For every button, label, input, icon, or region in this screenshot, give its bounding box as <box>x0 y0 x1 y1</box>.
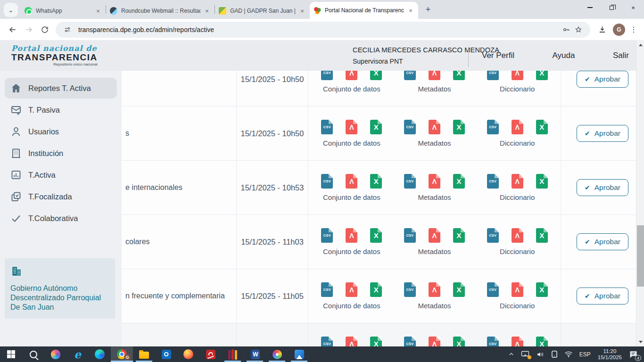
url-text[interactable]: transparencia.dpe.gob.ec/admin/reports/a… <box>78 26 560 33</box>
ayuda-link[interactable]: Ayuda <box>553 51 575 60</box>
bookmark-star-icon[interactable] <box>572 24 585 36</box>
sidebar-item-t-focalizada[interactable]: T.Focalizada <box>5 186 117 207</box>
tab-whatsapp[interactable]: WhatsApp × <box>21 3 106 19</box>
excel-file-icon[interactable]: X <box>453 337 465 346</box>
excel-file-icon[interactable]: X <box>536 228 548 243</box>
taskbar-winrar[interactable] <box>222 346 244 362</box>
close-tab-icon[interactable]: × <box>94 7 102 15</box>
institution-card[interactable]: Gobierno Autónomo Descentralizado Parroq… <box>5 258 115 319</box>
tray-clock[interactable]: 11:2015/1/2025 <box>594 346 626 362</box>
refresh-button[interactable] <box>37 22 53 38</box>
csv-file-icon[interactable]: CSV <box>487 174 499 189</box>
pdf-file-icon[interactable]: Λ <box>346 337 357 346</box>
excel-file-icon[interactable]: X <box>370 282 382 297</box>
sidebar-item-t-activa[interactable]: T.Activa <box>5 165 117 185</box>
new-tab-button[interactable]: + <box>422 3 434 16</box>
address-bar[interactable]: transparencia.dpe.gob.ec/admin/reports/a… <box>56 22 590 38</box>
sidebar-item-usuarios[interactable]: Usuarios <box>5 121 117 142</box>
back-button[interactable] <box>5 22 21 38</box>
excel-file-icon[interactable]: X <box>370 71 382 80</box>
tab-search-button[interactable]: ⌄ <box>4 3 18 17</box>
csv-file-icon[interactable]: CSV <box>404 71 416 80</box>
sidebar-item-reportes-t-activa[interactable]: Reportes T. Activa <box>5 78 117 99</box>
excel-file-icon[interactable]: X <box>536 282 548 297</box>
taskbar-photos[interactable] <box>288 346 310 362</box>
csv-file-icon[interactable]: CSV <box>321 228 333 243</box>
tray-expand-button[interactable] <box>505 346 518 362</box>
close-window-button[interactable]: × <box>622 0 644 15</box>
tray-wifi[interactable] <box>561 346 576 362</box>
pdf-file-icon[interactable]: Λ <box>429 71 440 80</box>
csv-file-icon[interactable]: CSV <box>404 228 416 243</box>
taskbar-paint[interactable] <box>266 346 288 362</box>
excel-file-icon[interactable]: X <box>370 337 382 346</box>
excel-file-icon[interactable]: X <box>536 174 548 189</box>
taskbar-search-button[interactable] <box>22 346 44 362</box>
pdf-file-icon[interactable]: Λ <box>429 228 440 243</box>
csv-file-icon[interactable]: CSV <box>321 337 333 346</box>
ver-perfil-link[interactable]: Ver Perfil <box>482 51 514 60</box>
csv-file-icon[interactable]: CSV <box>321 120 333 134</box>
excel-file-icon[interactable]: X <box>453 71 465 80</box>
taskbar-chrome[interactable]: G <box>111 346 133 362</box>
close-tab-icon[interactable]: × <box>298 7 306 15</box>
csv-file-icon[interactable]: CSV <box>487 337 499 346</box>
pdf-file-icon[interactable]: Λ <box>346 120 357 134</box>
forward-button[interactable] <box>21 22 37 38</box>
excel-file-icon[interactable]: X <box>453 282 465 297</box>
tray-volume[interactable] <box>533 346 548 362</box>
pdf-file-icon[interactable]: Λ <box>512 282 523 297</box>
taskbar-acrobat[interactable] <box>199 346 222 362</box>
pdf-file-icon[interactable]: Λ <box>429 337 440 346</box>
pdf-file-icon[interactable]: Λ <box>512 228 523 243</box>
taskbar-firefox[interactable] <box>177 346 199 362</box>
tab-portal-transparencia[interactable]: Portal Nacional de Transparenc × <box>310 2 418 19</box>
taskbar-file-explorer[interactable] <box>133 346 155 362</box>
taskbar-internet-explorer[interactable]: e <box>66 346 89 362</box>
pdf-file-icon[interactable]: Λ <box>346 71 357 80</box>
approve-button[interactable]: ✔Aprobar <box>577 179 628 196</box>
scrollbar-thumb[interactable] <box>637 225 644 287</box>
excel-file-icon[interactable]: X <box>536 120 548 134</box>
approve-button[interactable]: ✔Aprobar <box>577 288 628 304</box>
excel-file-icon[interactable]: X <box>536 71 548 80</box>
csv-file-icon[interactable]: CSV <box>404 120 416 134</box>
pdf-file-icon[interactable]: Λ <box>346 174 357 189</box>
taskbar-edge[interactable] <box>89 346 111 362</box>
taskbar-outlook[interactable]: O <box>155 346 177 362</box>
approve-button[interactable]: ✔Aprobar <box>577 233 628 250</box>
downloads-button[interactable] <box>594 22 610 38</box>
csv-file-icon[interactable]: CSV <box>321 71 333 80</box>
approve-button[interactable]: ✔Aprobar <box>577 71 628 88</box>
taskbar-word[interactable]: W <box>244 346 266 362</box>
csv-file-icon[interactable]: CSV <box>404 174 416 189</box>
pdf-file-icon[interactable]: Λ <box>512 71 523 80</box>
csv-file-icon[interactable]: CSV <box>487 120 499 134</box>
excel-file-icon[interactable]: X <box>370 174 382 189</box>
pdf-file-icon[interactable]: Λ <box>346 228 357 243</box>
tray-language[interactable]: ESP <box>576 346 594 362</box>
vertical-scrollbar[interactable] <box>636 40 644 346</box>
pdf-file-icon[interactable]: Λ <box>346 282 357 297</box>
pdf-file-icon[interactable]: Λ <box>429 282 440 297</box>
sidebar-item-institucion[interactable]: Institución <box>5 143 117 164</box>
tray-display-alert[interactable] <box>518 346 533 362</box>
browser-menu-icon[interactable]: ⋮ <box>628 25 639 34</box>
sidebar-item-t-pasiva[interactable]: T. Pasiva <box>5 99 117 120</box>
excel-file-icon[interactable]: X <box>453 174 465 189</box>
csv-file-icon[interactable]: CSV <box>321 282 333 297</box>
tab-gad[interactable]: GAD | GADPR San Juan | × <box>215 3 310 19</box>
pdf-file-icon[interactable]: Λ <box>429 120 440 134</box>
csv-file-icon[interactable]: CSV <box>487 228 499 243</box>
csv-file-icon[interactable]: CSV <box>404 337 416 346</box>
approve-button[interactable]: ✔Aprobar <box>577 125 628 142</box>
close-tab-icon[interactable]: × <box>407 7 414 14</box>
close-tab-icon[interactable]: × <box>203 7 211 15</box>
pdf-file-icon[interactable]: Λ <box>429 174 440 189</box>
excel-file-icon[interactable]: X <box>453 120 465 134</box>
minimize-button[interactable] <box>579 0 601 15</box>
pdf-file-icon[interactable]: Λ <box>512 120 523 134</box>
salir-link[interactable]: Salir <box>613 51 629 60</box>
profile-avatar[interactable]: G <box>613 24 625 36</box>
restore-button[interactable] <box>601 0 622 15</box>
